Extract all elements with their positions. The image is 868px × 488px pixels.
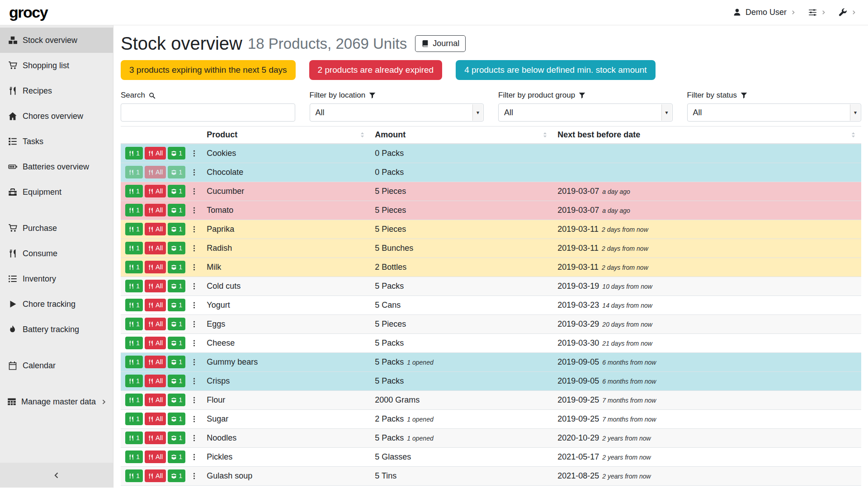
consume-one-button[interactable]: 1 bbox=[125, 394, 143, 406]
row-menu-button[interactable] bbox=[191, 300, 198, 310]
consume-all-button[interactable]: All bbox=[145, 223, 166, 235]
sidebar-item-tasks[interactable]: Tasks bbox=[0, 129, 113, 154]
consume-all-button[interactable]: All bbox=[145, 204, 166, 216]
consume-all-button[interactable]: All bbox=[145, 166, 166, 178]
row-menu-button[interactable] bbox=[191, 395, 198, 405]
open-one-button[interactable]: 1 bbox=[168, 280, 185, 292]
consume-all-button[interactable]: All bbox=[145, 450, 166, 463]
consume-one-button[interactable]: 1 bbox=[125, 337, 143, 349]
column-header-amount[interactable]: Amount bbox=[370, 127, 553, 144]
open-one-button[interactable]: 1 bbox=[168, 450, 185, 463]
sidebar-item-chores-overview[interactable]: Chores overview bbox=[0, 103, 113, 129]
sidebar-item-calendar[interactable]: Calendar bbox=[0, 353, 113, 378]
open-one-button[interactable]: 1 bbox=[168, 469, 185, 482]
consume-all-button[interactable]: All bbox=[145, 356, 166, 368]
journal-button[interactable]: Journal bbox=[415, 35, 466, 52]
consume-all-button[interactable]: All bbox=[145, 280, 166, 292]
row-menu-button[interactable] bbox=[191, 357, 198, 367]
consume-one-button[interactable]: 1 bbox=[125, 469, 143, 482]
consume-all-button[interactable]: All bbox=[145, 299, 166, 311]
consume-all-button[interactable]: All bbox=[145, 242, 166, 254]
sidebar-collapse-button[interactable] bbox=[0, 463, 113, 488]
consume-all-button[interactable]: All bbox=[145, 469, 166, 482]
consume-one-button[interactable]: 1 bbox=[125, 223, 143, 235]
open-one-button[interactable]: 1 bbox=[168, 166, 185, 178]
row-menu-button[interactable] bbox=[191, 167, 198, 178]
consume-all-button[interactable]: All bbox=[145, 261, 166, 273]
open-one-button[interactable]: 1 bbox=[168, 242, 185, 254]
sidebar-item-purchase[interactable]: Purchase bbox=[0, 216, 113, 241]
open-one-button[interactable]: 1 bbox=[168, 204, 185, 216]
consume-one-button[interactable]: 1 bbox=[125, 299, 143, 311]
consume-one-button[interactable]: 1 bbox=[125, 242, 143, 254]
user-menu[interactable]: Demo User bbox=[733, 8, 796, 17]
column-header-product[interactable]: Product bbox=[202, 127, 370, 144]
consume-one-button[interactable]: 1 bbox=[125, 356, 143, 368]
consume-one-button[interactable]: 1 bbox=[125, 204, 143, 216]
row-menu-button[interactable] bbox=[191, 319, 198, 329]
row-menu-button[interactable] bbox=[191, 338, 198, 348]
location-filter-select[interactable]: All ▾ bbox=[310, 103, 484, 122]
row-menu-button[interactable] bbox=[191, 262, 198, 272]
row-menu-button[interactable] bbox=[191, 281, 198, 291]
consume-one-button[interactable]: 1 bbox=[125, 166, 143, 178]
column-header-best-before-date[interactable]: Next best before date bbox=[553, 127, 861, 144]
consume-all-button[interactable]: All bbox=[145, 413, 166, 425]
row-menu-button[interactable] bbox=[191, 224, 198, 235]
sidebar-item-inventory[interactable]: Inventory bbox=[0, 266, 113, 291]
sidebar-item-manage-master-data[interactable]: Manage master data bbox=[0, 389, 113, 414]
open-one-button[interactable]: 1 bbox=[168, 432, 185, 444]
row-menu-button[interactable] bbox=[191, 186, 198, 197]
sidebar-item-battery-tracking[interactable]: Battery tracking bbox=[0, 317, 113, 342]
open-one-button[interactable]: 1 bbox=[168, 261, 185, 273]
search-input[interactable] bbox=[121, 103, 295, 122]
consume-one-button[interactable]: 1 bbox=[125, 280, 143, 292]
sidebar-item-equipment[interactable]: Equipment bbox=[0, 179, 113, 205]
consume-one-button[interactable]: 1 bbox=[125, 450, 143, 463]
open-one-button[interactable]: 1 bbox=[168, 223, 185, 235]
settings-menu[interactable] bbox=[808, 8, 826, 17]
consume-all-button[interactable]: All bbox=[145, 185, 166, 197]
sidebar-item-batteries-overview[interactable]: Batteries overview bbox=[0, 154, 113, 179]
consume-all-button[interactable]: All bbox=[145, 394, 166, 406]
row-menu-button[interactable] bbox=[191, 148, 198, 159]
sidebar-item-shopping-list[interactable]: Shopping list bbox=[0, 53, 113, 78]
expiring-products-alert[interactable]: 3 products expiring within the next 5 da… bbox=[121, 60, 296, 80]
product-group-filter-select[interactable]: All ▾ bbox=[498, 103, 673, 122]
open-one-button[interactable]: 1 bbox=[168, 147, 185, 160]
row-menu-button[interactable] bbox=[191, 205, 198, 216]
open-one-button[interactable]: 1 bbox=[168, 299, 185, 311]
open-one-button[interactable]: 1 bbox=[168, 185, 185, 197]
consume-one-button[interactable]: 1 bbox=[125, 147, 143, 160]
open-one-button[interactable]: 1 bbox=[168, 356, 185, 368]
open-one-button[interactable]: 1 bbox=[168, 394, 185, 406]
consume-one-button[interactable]: 1 bbox=[125, 318, 143, 330]
consume-all-button[interactable]: All bbox=[145, 318, 166, 330]
admin-menu[interactable] bbox=[839, 8, 856, 17]
row-menu-button[interactable] bbox=[191, 376, 198, 386]
row-menu-button[interactable] bbox=[191, 243, 198, 253]
consume-one-button[interactable]: 1 bbox=[125, 261, 143, 273]
sidebar-item-recipes[interactable]: Recipes bbox=[0, 78, 113, 103]
row-menu-button[interactable] bbox=[191, 414, 198, 424]
consume-all-button[interactable]: All bbox=[145, 375, 166, 387]
open-one-button[interactable]: 1 bbox=[168, 337, 185, 349]
sidebar-item-stock-overview[interactable]: Stock overview bbox=[0, 28, 113, 53]
consume-all-button[interactable]: All bbox=[145, 337, 166, 349]
app-logo[interactable]: grocy bbox=[9, 4, 47, 21]
consume-one-button[interactable]: 1 bbox=[125, 185, 143, 197]
consume-one-button[interactable]: 1 bbox=[125, 413, 143, 425]
sidebar-item-consume[interactable]: Consume bbox=[0, 241, 113, 266]
consume-all-button[interactable]: All bbox=[145, 432, 166, 444]
consume-one-button[interactable]: 1 bbox=[125, 432, 143, 444]
status-filter-select[interactable]: All ▾ bbox=[687, 103, 862, 122]
row-menu-button[interactable] bbox=[191, 471, 198, 481]
open-one-button[interactable]: 1 bbox=[168, 375, 185, 387]
open-one-button[interactable]: 1 bbox=[168, 413, 185, 425]
consume-all-button[interactable]: All bbox=[145, 147, 166, 160]
row-menu-button[interactable] bbox=[191, 452, 198, 462]
sidebar-item-chore-tracking[interactable]: Chore tracking bbox=[0, 291, 113, 317]
expired-products-alert[interactable]: 2 products are already expired bbox=[309, 60, 443, 80]
row-menu-button[interactable] bbox=[191, 433, 198, 443]
open-one-button[interactable]: 1 bbox=[168, 318, 185, 330]
